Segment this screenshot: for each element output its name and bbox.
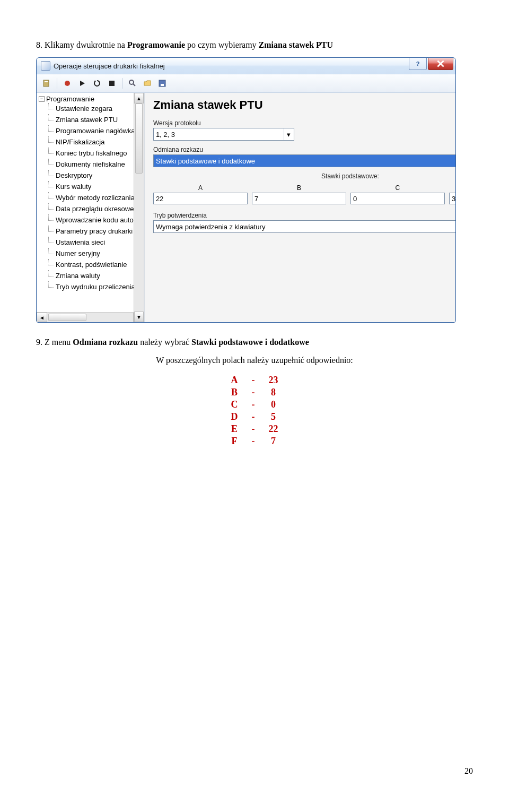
toolbar-record-icon[interactable] <box>62 77 73 89</box>
rate-col-label-C: C <box>350 184 445 192</box>
tree-item[interactable]: Zmiana waluty <box>48 270 143 281</box>
odmiana-select[interactable]: Stawki podstawowe i dodatkowe ▾ <box>153 154 456 167</box>
table-row: E-22 <box>225 424 285 435</box>
dash: - <box>245 411 261 422</box>
dash: - <box>245 375 261 386</box>
rate-input-D[interactable] <box>449 193 456 204</box>
rate-value: 8 <box>262 387 285 398</box>
tree-item[interactable]: Data przeglądu okresowego <box>48 203 143 214</box>
rate-key: B <box>225 387 244 398</box>
collapse-icon[interactable]: − <box>39 96 45 102</box>
tree-item[interactable]: Kurs waluty <box>48 181 143 192</box>
table-row: D-5 <box>225 411 285 422</box>
toolbar-zoom-icon[interactable] <box>127 77 138 89</box>
fill-caption: W poszczególnych polach należy uzupełnić… <box>36 356 473 365</box>
separator <box>122 78 122 89</box>
svg-rect-1 <box>45 81 48 82</box>
dash: - <box>245 387 261 398</box>
form-panel: Zmiana stawek PTU Wersja protokolu 1, 2,… <box>145 93 456 322</box>
svg-rect-0 <box>43 80 49 87</box>
tree-vscrollbar[interactable]: ▲ ▼ <box>134 93 144 322</box>
rate-value: 22 <box>262 424 285 435</box>
tree-item[interactable]: Zmiana stawek PTU <box>48 114 143 125</box>
separator <box>57 78 57 89</box>
podstawowe-header: Stawki podstawowe: <box>153 172 456 180</box>
tree-item[interactable]: NIP/Fiskalizacja <box>48 136 143 148</box>
dash: - <box>245 424 261 435</box>
rate-input-A[interactable] <box>153 193 248 204</box>
wersja-label: Wersja protokolu <box>153 119 456 127</box>
tree-item[interactable]: Ustawienie zegara <box>48 103 143 114</box>
window-title: Operacje sterujace drukarki fiskalnej <box>54 62 165 70</box>
tree-item[interactable]: Wprowadzanie kodu autory <box>48 214 143 226</box>
bold: Odmiana rozkazu <box>73 338 138 347</box>
rate-input-B[interactable] <box>252 193 346 204</box>
scroll-down-icon[interactable]: ▼ <box>134 312 144 322</box>
wersja-value: 1, 2, 3 <box>156 131 175 139</box>
tree-item[interactable]: Ustawienia sieci <box>48 237 143 248</box>
rate-input-C[interactable] <box>350 193 445 204</box>
toolbar-play-icon[interactable] <box>76 77 88 89</box>
rate-key: D <box>225 411 244 422</box>
dash: - <box>245 436 261 447</box>
tree-item[interactable]: Parametry pracy drukarki <box>48 226 143 237</box>
tree-item[interactable]: Tryb wydruku przeliczenia <box>48 281 143 292</box>
tree-item[interactable]: Deskryptory <box>48 170 143 181</box>
toolbar-refresh-icon[interactable] <box>91 77 103 89</box>
instruction-8: 8. Klikamy dwukrotnie na Programowanie p… <box>36 40 473 50</box>
tree-item[interactable]: Wybór metody rozliczania ra <box>48 192 143 203</box>
wersja-select[interactable]: 1, 2, 3 ▾ <box>153 128 294 141</box>
titlebar[interactable]: Operacje sterujace drukarki fiskalnej ? <box>37 58 455 74</box>
table-row: C-0 <box>225 399 285 410</box>
hscroll-thumb[interactable] <box>48 314 86 321</box>
tree-item[interactable]: Programowanie nagłówka <box>48 125 143 136</box>
rate-col-label-B: B <box>252 184 346 192</box>
svg-marker-4 <box>94 81 96 83</box>
rate-col-label-D: D <box>449 184 456 192</box>
tree-panel: − Programowanie Ustawienie zegaraZmiana … <box>37 93 145 322</box>
tree-item[interactable]: Kontrast, podświetlanie <box>48 259 143 270</box>
rate-key: A <box>225 375 244 386</box>
rate-value: 5 <box>262 411 285 422</box>
tree[interactable]: − Programowanie Ustawienie zegaraZmiana … <box>37 93 144 312</box>
toolbar-open-icon[interactable] <box>142 77 153 89</box>
svg-point-6 <box>129 80 134 84</box>
bold: Stawki podstawowe i dodatkowe <box>191 338 309 347</box>
close-button[interactable] <box>428 58 453 70</box>
scroll-thumb[interactable] <box>135 103 143 174</box>
table-row: A-23 <box>225 375 285 386</box>
rate-value: 0 <box>262 399 285 410</box>
tree-item[interactable]: Koniec trybu fiskalnego <box>48 148 143 159</box>
toolbar-btn-1[interactable] <box>41 77 52 89</box>
text: należy wybrać <box>138 338 191 347</box>
instruction-9: 9. Z menu Odmiana rozkazu należy wybrać … <box>36 338 473 347</box>
bold: Programowanie <box>127 40 185 49</box>
help-button[interactable]: ? <box>409 58 427 70</box>
tryb-select[interactable]: Wymaga potwierdzenia z klawiatury ▾ <box>153 220 456 233</box>
toolbar-stop-icon[interactable] <box>106 77 118 89</box>
tree-hscrollbar[interactable]: ◄ ► <box>37 312 144 322</box>
tryb-value: Wymaga potwierdzenia z klawiatury <box>156 223 266 231</box>
app-icon <box>41 61 50 71</box>
tree-item[interactable]: Numer seryjny <box>48 248 143 259</box>
rate-value: 7 <box>262 436 285 447</box>
svg-marker-3 <box>80 81 85 86</box>
dialog-window: Operacje sterujace drukarki fiskalnej ? … <box>36 57 456 323</box>
tree-root-label: Programowanie <box>46 95 94 103</box>
svg-line-7 <box>133 84 135 86</box>
odmiana-value: Stawki podstawowe i dodatkowe <box>156 157 255 165</box>
rate-col-label-A: A <box>153 184 248 192</box>
chevron-down-icon: ▾ <box>284 128 294 140</box>
dash: - <box>245 399 261 410</box>
tree-item[interactable]: Dokumenty niefiskalne <box>48 159 143 170</box>
toolbar-save-icon[interactable] <box>156 77 168 89</box>
svg-rect-9 <box>161 84 164 86</box>
scroll-left-icon[interactable]: ◄ <box>37 313 47 322</box>
scroll-up-icon[interactable]: ▲ <box>134 93 144 103</box>
tree-root[interactable]: − Programowanie <box>39 95 143 103</box>
table-row: B-8 <box>225 387 285 398</box>
rate-key: F <box>225 436 244 447</box>
text: 9. Z menu <box>36 338 73 347</box>
text: po czym wybieramy <box>185 40 259 49</box>
page-number: 20 <box>36 766 473 776</box>
